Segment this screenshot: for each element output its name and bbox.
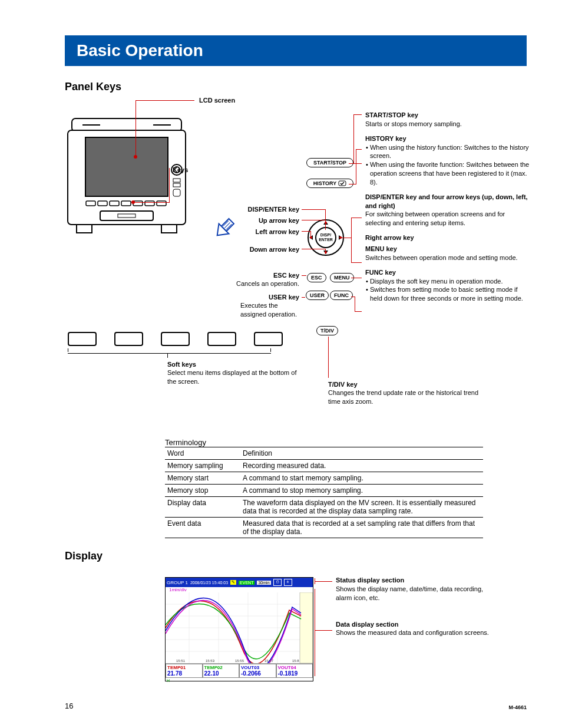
red-dot-keys [131, 200, 135, 204]
disp-event: EVENT [239, 581, 254, 585]
term-head-word: Word [165, 447, 240, 460]
svg-rect-7 [173, 189, 180, 196]
zoom-arrow-icon [212, 217, 236, 241]
esc-key: ESC [307, 273, 326, 282]
svg-rect-16 [118, 214, 135, 218]
svg-rect-6 [173, 183, 180, 187]
tdiv-key: T/DIV [316, 326, 338, 335]
terminology-title: Terminology [165, 438, 527, 447]
soft-key [161, 332, 190, 346]
tdiv-block: T/DIV key Changes the trend update rate … [328, 380, 481, 406]
page-number: 16 [65, 701, 73, 710]
esc-block: ESC key Cancels an operation. [223, 271, 299, 288]
terminology-table: Word Definition Memory samplingRecording… [165, 447, 483, 538]
ch-name: TEMP02 [204, 665, 238, 670]
up-label: Up arrow key [240, 216, 299, 225]
red-dot [134, 155, 137, 159]
ch-val: 21.78 [167, 670, 201, 677]
status-title: Status display section [336, 577, 404, 584]
history-b2: • When using the favorite function: Swit… [365, 160, 530, 187]
svg-rect-18 [161, 225, 177, 233]
svg-rect-11 [121, 201, 131, 206]
zoom-icon: ± [284, 579, 292, 586]
history-title: HISTORY key [365, 135, 406, 142]
soft-key [114, 332, 143, 346]
svg-text:15:53: 15:53 [206, 659, 215, 663]
svg-text:15:55: 15:55 [235, 659, 244, 663]
display-readouts: TEMP0121.78 TEMP0222.10 VOUT03-0.2066 VO… [166, 664, 313, 678]
esc-desc: Cancels an operation. [236, 280, 299, 287]
down-label: Down arrow key [240, 245, 299, 253]
svg-rect-5 [173, 179, 180, 182]
device-outline-svg [65, 114, 189, 241]
menu-title: MENU key [365, 245, 397, 252]
disp-time: 2008/01/23 15:40:03 [190, 581, 228, 585]
section-display: Display [65, 550, 527, 562]
esc-label-text: ESC key [273, 272, 299, 279]
svg-text:ENTER: ENTER [319, 238, 333, 242]
term-d: A command to start memory sampling. [240, 472, 483, 485]
soft-key [254, 332, 283, 346]
softkeys-block: Soft keys Select menu items displayed at… [167, 360, 303, 386]
data-desc: Shows the measured data and configuratio… [336, 629, 489, 636]
ch-name: VOUT03 [241, 665, 275, 670]
section-panel-keys: Panel Keys [65, 81, 527, 93]
svg-text:15:57: 15:57 [265, 659, 274, 663]
disp-title: DISP/ENTER key and four arrow keys (up, … [365, 193, 528, 209]
status-desc: Shows the display name, date/time, data … [336, 585, 483, 601]
ch-name: TEMP01 [167, 665, 201, 670]
ch-val: -0.2066 [241, 670, 275, 677]
disp-group: GROUP 1 [167, 580, 188, 585]
doc-code: M-4661 [508, 704, 527, 710]
brace-line [68, 348, 271, 354]
display-screenshot: GROUP 1 2008/01/23 15:40:03 ✎ EVENT 30mi… [165, 577, 313, 681]
svg-text:15:8: 15:8 [292, 659, 299, 663]
left-label: Left arrow key [240, 228, 299, 236]
display-header: GROUP 1 2008/01/23 15:40:03 ✎ EVENT 30mi… [166, 578, 313, 587]
svg-rect-10 [110, 201, 119, 206]
soft-key [207, 332, 236, 346]
term-w: Memory stop [165, 485, 240, 497]
menu-key: MENU [330, 273, 354, 282]
tdiv-desc: Changes the trend update rate or the his… [328, 389, 478, 404]
svg-rect-48 [300, 592, 313, 663]
func-key: FUNC [330, 291, 353, 300]
func-title: FUNC key [365, 269, 396, 276]
camera-icon: ⎙ [273, 579, 282, 586]
term-w: Event data [165, 518, 240, 538]
soft-label-text: Soft keys [167, 361, 196, 368]
soft-keys-row [68, 332, 283, 346]
disp-desc: For switching between operation screens … [365, 210, 505, 226]
term-d: The waveform data displayed on the MV sc… [240, 497, 483, 518]
per-div-label: 1min/div [166, 587, 313, 592]
svg-rect-8 [86, 201, 95, 206]
history-b1: • When using the history function: Switc… [365, 143, 530, 161]
user-block: USER key Executes the assigned operation… [205, 293, 299, 318]
display-descriptions: Status display section Shows the display… [336, 576, 495, 649]
ch-val: -0.1819 [278, 670, 312, 677]
user-key: USER [306, 291, 329, 300]
startstop-title: START/STOP key [365, 111, 418, 118]
dispenter-label: DISP/ENTER key [240, 205, 299, 213]
right-column: START/STOP key Starts or stops memory sa… [365, 111, 530, 309]
func-b1: • Displays the soft key menu in operatio… [365, 277, 530, 286]
ch-name: VOUT04 [278, 665, 312, 670]
term-d: Measured data that is recorded at a set … [240, 518, 483, 538]
user-desc: Executes the assigned operation. [240, 302, 297, 317]
term-d: Recording measured data. [240, 460, 483, 472]
keys-label: Keys [173, 166, 188, 174]
rightarrow-title: Right arrow key [365, 234, 414, 241]
svg-text:15:51: 15:51 [176, 659, 186, 663]
svg-rect-9 [98, 201, 107, 206]
term-d: A command to stop memory sampling. [240, 485, 483, 497]
display-plot: 15:51 15:53 15:55 15:57 15:8 [166, 592, 313, 664]
ch-val: 22.10 [204, 670, 238, 677]
func-b2: • Switches from setting mode to basic se… [365, 285, 530, 303]
soft-desc: Select menu items displayed at the botto… [167, 369, 297, 384]
menu-desc: Switches between operation mode and sett… [365, 254, 518, 261]
svg-rect-2 [85, 137, 168, 196]
term-w: Memory sampling [165, 460, 240, 472]
history-key-text: HISTORY [313, 180, 337, 186]
user-label-text: USER key [269, 294, 299, 301]
disp-rate: 30min [257, 581, 270, 585]
